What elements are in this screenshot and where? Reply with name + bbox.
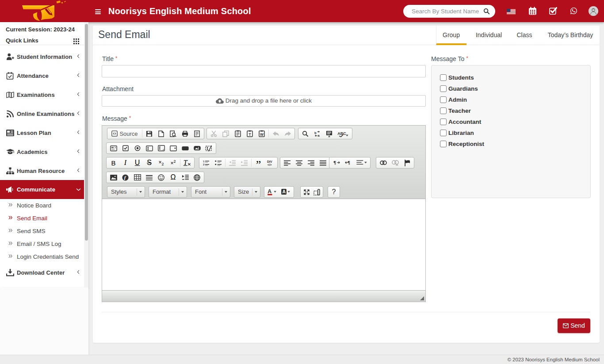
svg-text:T: T xyxy=(248,132,251,137)
svg-text:A: A xyxy=(282,189,286,194)
svg-text:a: a xyxy=(317,134,320,137)
svg-text:W: W xyxy=(260,132,264,137)
svg-text:DIV: DIV xyxy=(267,160,272,163)
svg-text:b: b xyxy=(314,130,316,134)
svg-text:ABC: ABC xyxy=(337,131,346,136)
svg-text:A: A xyxy=(268,188,271,195)
svg-text:1: 1 xyxy=(203,160,205,163)
svg-text:</>: </> xyxy=(267,163,271,166)
svg-text:¶: ¶ xyxy=(333,160,336,165)
svg-text:2: 2 xyxy=(203,163,205,166)
